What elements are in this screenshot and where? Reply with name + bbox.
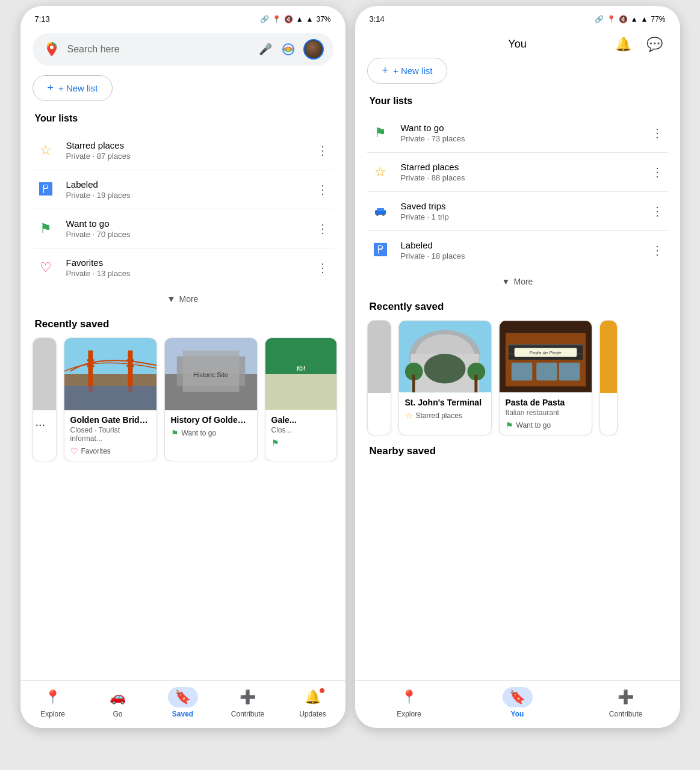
star-icon-right: ☆ [370, 161, 391, 183]
nav-contribute-label-left: Contribute [231, 710, 264, 718]
new-list-button-right[interactable]: + + New list [367, 58, 448, 84]
list-more-btn-wantogo-left[interactable]: ⋮ [314, 220, 331, 237]
cards-wrapper-right: St. John's Terminal ☆ Starred places [355, 320, 680, 436]
message-icon[interactable]: 💬 [644, 34, 666, 55]
list-item-labeled-right[interactable]: 🅿 Labeled Private · 18 places ⋮ [367, 231, 668, 270]
nav-go-left[interactable]: 🚗 Go [85, 687, 150, 718]
avatar-left[interactable] [303, 39, 324, 60]
nav-contribute-left[interactable]: ➕ Contribute [215, 687, 280, 718]
flag-icon-card-gale: ⚑ [271, 438, 279, 448]
status-bar-left: 7:13 🔗 📍 🔇 ▲ ▲ 37% [20, 6, 345, 28]
list-item-wantogo-right[interactable]: ⚑ Want to go Private · 73 places ⋮ [367, 114, 668, 153]
list-more-btn-wantogo-right[interactable]: ⋮ [649, 125, 666, 141]
list-item-wantogo-left[interactable]: ⚑ Want to go Private · 70 places ⋮ [33, 209, 333, 248]
nav-explore-left[interactable]: 📍 Explore [20, 687, 85, 718]
partial-card-left: ... [33, 337, 57, 461]
list-name-labeled-left: Labeled [66, 179, 305, 189]
maps-logo [42, 40, 61, 59]
svg-text:Historic Site: Historic Site [193, 371, 228, 378]
trips-icon-right [370, 200, 391, 222]
card-list-name-stjohns: Starred places [416, 411, 462, 420]
card-name-gale: Gale... [271, 415, 330, 425]
list-more-btn-labeled-right[interactable]: ⋮ [649, 242, 666, 259]
notification-icon[interactable]: 🔔 [613, 34, 634, 55]
plus-icon-left: + [48, 82, 54, 94]
list-items-left: ☆ Starred places Private · 87 places ⋮ 🅿… [20, 131, 345, 287]
nav-explore-label-left: Explore [40, 710, 65, 718]
heart-icon-left: ♡ [35, 257, 57, 279]
card-history-golden[interactable]: Historic Site History Of Golden G... ⚑ W… [164, 337, 258, 461]
list-meta-favorites-left: Private · 13 places [66, 269, 305, 278]
nav-contribute-right[interactable]: ➕ Contribute [572, 687, 680, 718]
new-list-label-left: + New list [58, 83, 98, 93]
plus-icon-right: + [382, 64, 389, 77]
signal-icon: ▲ [306, 15, 314, 23]
recently-saved-section-right: Recently saved [355, 291, 680, 436]
nav-updates-left[interactable]: 🔔 Updates [280, 687, 345, 718]
list-meta-wantogo-right: Private · 73 places [401, 134, 639, 143]
list-info-starred-right: Starred places Private · 88 places [401, 162, 639, 182]
svg-rect-5 [88, 351, 93, 392]
search-input[interactable]: Search here [67, 44, 252, 55]
status-icons-left: 🔗 📍 🔇 ▲ ▲ 37% [260, 15, 331, 23]
list-item-favorites-left[interactable]: ♡ Favorites Private · 13 places ⋮ [33, 248, 333, 287]
card-list-gale: ⚑ [271, 438, 330, 448]
nav-go-icon-wrap-left: 🚗 [103, 687, 133, 707]
recently-saved-section-left: Recently saved ... [20, 309, 345, 461]
card-golden-gate[interactable]: Golden Gate Bridge... Closed · Tourist i… [64, 337, 157, 461]
list-more-btn-labeled-left[interactable]: ⋮ [314, 181, 331, 198]
list-info-trips-right: Saved trips Private · 1 trip [401, 201, 639, 221]
link-icon: 🔗 [260, 15, 269, 23]
more-button-right[interactable]: ▼ More [355, 270, 680, 291]
card-stjohns[interactable]: St. John's Terminal ☆ Starred places [398, 320, 492, 436]
lens-icon[interactable] [280, 42, 296, 57]
cards-wrapper-left: ... [20, 337, 345, 461]
label-icon-left: 🅿 [35, 179, 57, 200]
mic-icon[interactable]: 🎤 [258, 42, 273, 57]
location-icon-right: 📍 [607, 15, 616, 23]
card-pasta[interactable]: Pasta de Paste Pasta de Pasta Italian re… [499, 320, 592, 436]
svg-point-0 [50, 46, 54, 49]
svg-rect-21 [377, 208, 384, 211]
nav-you-right[interactable]: 🔖 You [463, 687, 572, 718]
card-list-name-pasta: Want to go [516, 421, 551, 430]
partial-card-right [367, 320, 391, 436]
list-more-btn-trips-right[interactable]: ⋮ [649, 203, 666, 220]
nav-saved-left[interactable]: 🔖 Saved [150, 687, 215, 718]
list-item-trips-right[interactable]: Saved trips Private · 1 trip ⋮ [367, 192, 668, 231]
new-list-button-left[interactable]: + + New list [33, 75, 113, 101]
nav-contribute-icon-wrap-right: ➕ [611, 687, 641, 707]
list-more-btn-favorites-left[interactable]: ⋮ [314, 259, 331, 276]
list-meta-labeled-left: Private · 19 places [66, 191, 305, 200]
explore-icon-right: 📍 [401, 689, 417, 705]
card-info-gale: Gale... Clos... ⚑ [265, 410, 336, 452]
more-button-left[interactable]: ▼ More [20, 287, 345, 309]
list-more-btn-starred-right[interactable]: ⋮ [649, 164, 666, 180]
list-info-starred-left: Starred places Private · 87 places [66, 140, 305, 161]
bottom-nav-right: 📍 Explore 🔖 You ➕ Contribute [355, 680, 680, 728]
recently-saved-title-left: Recently saved [20, 318, 345, 337]
recently-saved-title-right: Recently saved [355, 301, 680, 320]
list-item-starred-left[interactable]: ☆ Starred places Private · 87 places ⋮ [33, 131, 333, 170]
list-item-starred-right[interactable]: ☆ Starred places Private · 88 places ⋮ [367, 153, 668, 192]
list-items-right: ⚑ Want to go Private · 73 places ⋮ ☆ Sta… [355, 114, 680, 270]
status-icons-right: 🔗 📍 🔇 ▲ ▲ 77% [595, 15, 666, 23]
list-meta-trips-right: Private · 1 trip [401, 212, 639, 221]
card-name-history: History Of Golden G... [171, 415, 251, 425]
list-item-labeled-left[interactable]: 🅿 Labeled Private · 19 places ⋮ [33, 170, 333, 209]
nav-contribute-label-right: Contribute [609, 710, 642, 718]
saved-cards-row-left: ... [20, 337, 345, 461]
list-name-starred-left: Starred places [66, 140, 305, 150]
nav-saved-label-left: Saved [172, 710, 193, 718]
list-info-favorites-left: Favorites Private · 13 places [66, 257, 305, 278]
svg-rect-18 [265, 374, 336, 410]
card-gale[interactable]: 🍽 Gale... Clos... ⚑ [265, 337, 337, 461]
search-bar[interactable]: Search here 🎤 [33, 33, 333, 66]
flag-icon-left: ⚑ [35, 218, 57, 239]
list-more-btn-starred-left[interactable]: ⋮ [314, 142, 331, 159]
nav-explore-right[interactable]: 📍 Explore [355, 687, 463, 718]
nearby-saved-title: Nearby saved [355, 436, 680, 460]
updates-badge-left [320, 688, 324, 693]
right-phone: 3:14 🔗 📍 🔇 ▲ ▲ 77% You 🔔 💬 + [355, 6, 680, 728]
card-list-history: ⚑ Want to go [171, 428, 251, 438]
